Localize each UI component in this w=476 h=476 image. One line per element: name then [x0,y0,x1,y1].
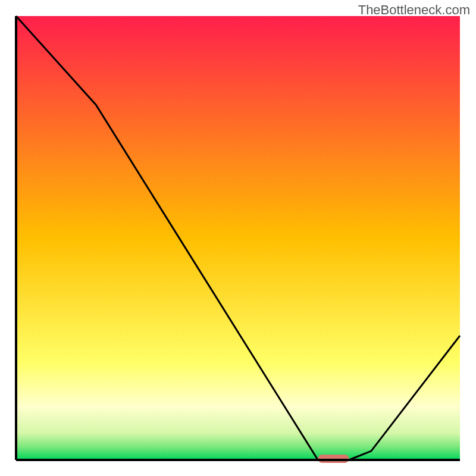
chart-background [16,16,460,460]
chart-container: TheBottleneck.com [0,0,476,476]
watermark-text: TheBottleneck.com [358,2,470,18]
bottleneck-chart [0,0,476,476]
